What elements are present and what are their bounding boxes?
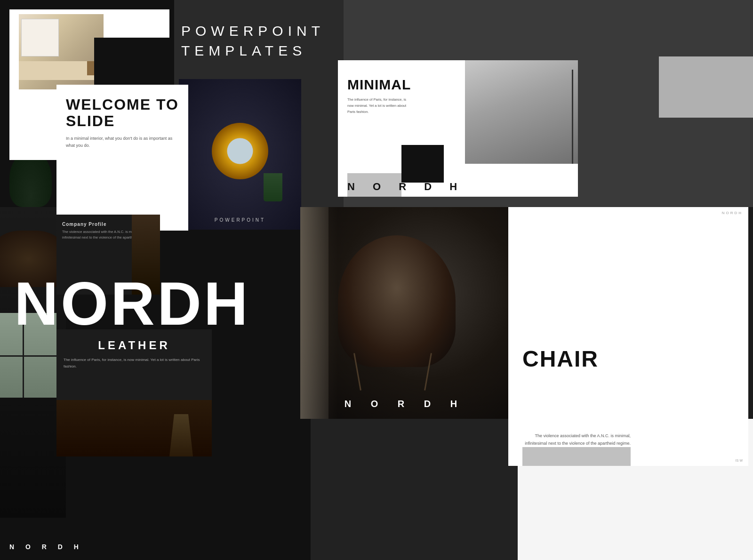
welcome-title: WELCOME TO SLIDE [56, 85, 188, 129]
plant-shape [9, 160, 52, 207]
slide-welcome: WELCOME TO SLIDE In a minimal interior, … [56, 85, 188, 231]
kitchen-image [19, 14, 104, 89]
slide-mirror: POWERPOINT [179, 79, 301, 230]
stair-rail [572, 70, 573, 164]
leather-text: The influence of Paris, for instance, is… [56, 352, 212, 374]
chair-bg [300, 207, 510, 419]
canvas: POWERPOINT TEMPLATES MODERN A well-desig… [0, 0, 753, 560]
chair-photo: N O R D H [300, 207, 510, 419]
mirror-background [179, 79, 301, 230]
slide-minimal: NORDH MINIMAL The influence of Paris, fo… [338, 60, 578, 197]
stair-image [465, 60, 578, 164]
chair-text: The violence associated with the A.N.C. … [522, 432, 631, 447]
powerpoint-label: POWERPOINT [179, 217, 301, 223]
lamp-shape [169, 414, 193, 456]
nordh-chair-label: N O R D H [300, 399, 510, 409]
minimal-nordh-text: N O R D H [347, 181, 489, 193]
window-light [300, 207, 338, 419]
nordh-big-text: NORDH [14, 273, 250, 334]
chair-gray-bar [522, 447, 631, 466]
stool-shape [87, 61, 94, 75]
chair-header: NORDH [722, 211, 743, 215]
bg-bottom-mid [311, 414, 518, 560]
bg-gray-mid-right [659, 56, 753, 118]
gold-mirror-decoration [212, 123, 268, 179]
minimal-title: MINIMAL [347, 77, 411, 93]
banner-line2: TEMPLATES [181, 41, 325, 61]
slide-leather: LEATHER The influence of Paris, for inst… [56, 329, 212, 456]
banner-line1: POWERPOINT [181, 21, 325, 41]
leather-image [56, 400, 212, 456]
welcome-text: In a minimal interior, what you don't do… [56, 129, 188, 149]
chair-is-w: IS W [736, 459, 743, 462]
stair-background [465, 60, 578, 164]
banner-section: POWERPOINT TEMPLATES [181, 21, 325, 61]
chair-back [338, 235, 456, 367]
plant-decoration [264, 173, 282, 201]
minimal-black-box [401, 145, 444, 183]
banner-title: POWERPOINT TEMPLATES [181, 21, 325, 61]
slide-chair: NORDH CHAIR The violence associated with… [508, 207, 748, 466]
chair-title: CHAIR [522, 346, 599, 372]
nordh-bottom-label: N O R D H [9, 543, 83, 551]
minimal-text: The influence of Paris, for instance, is… [347, 97, 413, 115]
window-bar-horizontal [0, 355, 56, 357]
cabinet-shape [21, 19, 59, 56]
